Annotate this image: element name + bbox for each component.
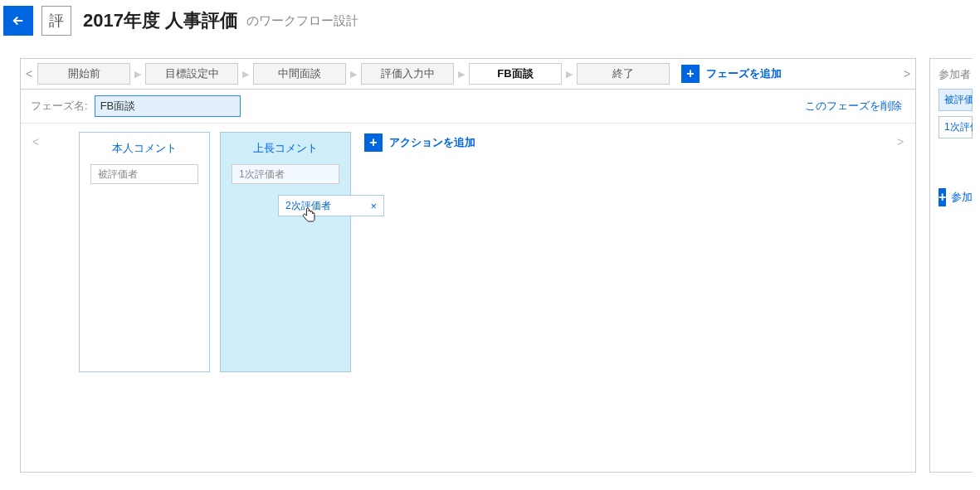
main: < 開始前 ▶ 目標設定中 ▶ 中間面談 ▶ 評価入力中 ▶ FB面談 ▶ 終了… <box>0 58 980 473</box>
phase-tab-end[interactable]: 終了 <box>577 63 670 85</box>
phase-connector-icon: ▶ <box>562 69 577 80</box>
phase-tab-fb[interactable]: FB面談 <box>469 63 562 85</box>
phase-tab-start[interactable]: 開始前 <box>37 63 130 85</box>
participants-panel: 参加者 被評価者 1次評価 + 参加 <box>929 58 973 473</box>
plus-icon: + <box>364 133 383 152</box>
role-box[interactable]: 被評価者 <box>90 164 198 184</box>
phase-connector-icon: ▶ <box>238 69 253 80</box>
editor-panel: < 開始前 ▶ 目標設定中 ▶ 中間面談 ▶ 評価入力中 ▶ FB面談 ▶ 終了… <box>20 58 916 473</box>
phase-connector-icon: ▶ <box>130 69 145 80</box>
add-phase-button[interactable]: + フェーズを追加 <box>681 65 782 83</box>
close-icon[interactable]: × <box>370 200 377 212</box>
page-subtitle: のワークフロー設計 <box>246 13 358 29</box>
phase-tab-goal[interactable]: 目標設定中 <box>145 63 238 85</box>
back-button[interactable] <box>3 6 33 36</box>
participant-chip-evaluator1[interactable]: 1次評価 <box>939 116 973 138</box>
phase-scroll-left[interactable]: < <box>21 67 37 80</box>
add-action-label: アクションを追加 <box>389 135 475 150</box>
phase-name-label: フェーズ名: <box>31 99 88 114</box>
phase-name-input[interactable] <box>95 95 241 117</box>
action-card-manager[interactable]: 上長コメント 1次評価者 <box>220 132 351 372</box>
action-card-self[interactable]: 本人コメント 被評価者 <box>79 132 210 372</box>
participants-title: 参加者 <box>939 67 973 82</box>
drag-chip-label: 2次評価者 <box>285 199 331 213</box>
add-participant-label: 参加 <box>951 190 973 205</box>
app-header: 評 2017年度 人事評価 のワークフロー設計 <box>0 0 980 41</box>
plus-icon: + <box>939 188 946 206</box>
delete-phase-link[interactable]: このフェーズを削除 <box>805 99 902 114</box>
add-action-button[interactable]: + アクションを追加 <box>364 133 475 152</box>
phase-scroll-right[interactable]: > <box>899 67 915 80</box>
drag-chip-evaluator2[interactable]: 2次評価者 × <box>278 195 384 216</box>
phase-tab-midreview[interactable]: 中間面談 <box>253 63 346 85</box>
page-title: 2017年度 人事評価 <box>83 8 238 33</box>
actions-row: < 本人コメント 被評価者 上長コメント 1次評価者 + アクションを追加 2次… <box>21 124 915 472</box>
phase-tabs-row: < 開始前 ▶ 目標設定中 ▶ 中間面談 ▶ 評価入力中 ▶ FB面談 ▶ 終了… <box>21 59 915 89</box>
action-scroll-right[interactable]: > <box>885 132 915 457</box>
action-card-title: 本人コメント <box>86 141 202 156</box>
participant-chip-evaluatee[interactable]: 被評価者 <box>939 89 973 111</box>
role-box[interactable]: 1次評価者 <box>232 164 339 184</box>
action-card-title: 上長コメント <box>227 141 344 156</box>
add-participant-button[interactable]: + 参加 <box>939 188 973 206</box>
app-icon: 評 <box>41 6 71 36</box>
phase-connector-icon: ▶ <box>346 69 361 80</box>
phase-connector-icon: ▶ <box>454 69 469 80</box>
phase-tab-eval[interactable]: 評価入力中 <box>361 63 454 85</box>
add-phase-label: フェーズを追加 <box>706 66 782 81</box>
phase-name-bar: フェーズ名: このフェーズを削除 <box>21 89 915 124</box>
action-scroll-left[interactable]: < <box>21 132 51 457</box>
plus-icon: + <box>681 65 700 83</box>
